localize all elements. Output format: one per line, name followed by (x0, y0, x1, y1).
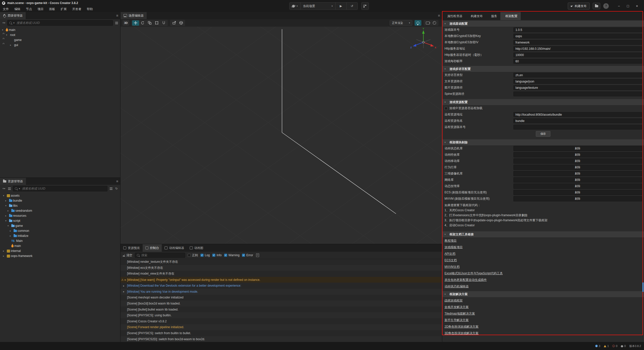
menu-item[interactable]: 文件 (0, 7, 12, 11)
config-input[interactable] (513, 73, 642, 77)
console-log-row[interactable]: [Window] render_texture文件夹不存在 (120, 259, 442, 265)
build-publish-button[interactable]: 构建发布 (568, 3, 590, 10)
expand-arrow[interactable] (2, 29, 5, 31)
refresh-icon[interactable]: ↻ (114, 187, 118, 190)
tree-node[interactable]: root (0, 32, 120, 37)
move-tool-button[interactable] (132, 20, 139, 26)
restart-button[interactable]: ↺ (347, 3, 357, 10)
console-tab[interactable]: 控制台 (143, 244, 162, 252)
config-input[interactable] (513, 59, 642, 64)
expand-arrow[interactable] (8, 210, 11, 212)
console-log-row[interactable]: [Scene] Forward render pipeline initiali… (120, 324, 442, 330)
console-log-row[interactable]: [Window] You are running Vue in developm… (120, 289, 442, 295)
filter-checkbox[interactable] (224, 254, 227, 257)
trim-button[interactable]: 剔除 (513, 152, 642, 157)
asset-node[interactable]: assets (0, 193, 120, 198)
hierarchy-search[interactable]: ▾ (7, 20, 113, 26)
asset-node[interactable]: main (0, 243, 120, 248)
menu-item[interactable]: 编辑 (12, 7, 23, 11)
trim-button[interactable]: 剔除 (513, 146, 642, 151)
console-search[interactable] (135, 253, 185, 258)
assets-search[interactable]: ▾ (13, 186, 107, 191)
console-log-row[interactable]: [Scene] Cocos Creator v3.8.2 (120, 318, 442, 324)
config-input[interactable] (513, 125, 642, 129)
menu-item[interactable]: 开发者 (69, 7, 84, 11)
rotate-tool-button[interactable] (139, 20, 146, 26)
platform-button[interactable]: ▾ (290, 3, 301, 10)
menu-item[interactable]: 扩展 (58, 7, 69, 11)
play-button[interactable]: ▶ (336, 3, 347, 10)
scene-viewport[interactable]: Y X Z (120, 27, 442, 244)
filter-list-icon[interactable] (109, 188, 113, 190)
asset-node[interactable]: internal (0, 248, 120, 253)
config-input[interactable] (513, 79, 642, 84)
console-log-row[interactable]: [Scene] [box2d]:box2d wasm lib loaded. (120, 300, 442, 307)
trim-button[interactable]: 剔除 (513, 190, 642, 195)
status-error-count[interactable]: × 0 (612, 344, 617, 347)
expand-arrow[interactable] (3, 255, 6, 257)
status-warn-count[interactable]: 1 (604, 344, 609, 347)
section-header-trim[interactable]: 框架模块剔除 (442, 139, 644, 145)
scene-select[interactable]: 当前场景 ▾ (301, 3, 336, 10)
create-asset-button[interactable]: +▾ (2, 187, 6, 190)
solution-link[interactable]: 战棋游戏框架 (445, 298, 463, 303)
remote-load-checkbox[interactable] (445, 107, 448, 110)
expand-arrow[interactable] (10, 44, 13, 46)
console-log-row[interactable]: [Window] model_view文件夹不存在 (120, 271, 442, 277)
tab-assets[interactable]: 资源管理器 (0, 178, 26, 185)
asset-node[interactable]: bundle (0, 198, 120, 203)
menu-item[interactable]: 节点 (23, 7, 35, 11)
asset-node[interactable]: oops-framework (0, 253, 120, 258)
help-button[interactable]: ? (603, 3, 609, 9)
config-input[interactable] (513, 85, 642, 90)
tree-node[interactable]: gui (0, 42, 120, 48)
status-log-count[interactable]: i 3 (595, 344, 600, 347)
console-log-row[interactable]: [Scene] [PHYSICS]: using builtin. (120, 312, 442, 318)
config-input[interactable] (513, 46, 642, 51)
asset-node[interactable]: libs (0, 203, 120, 208)
doc-link[interactable]: 动画状态机编辑器 (445, 284, 469, 289)
console-tab[interactable]: 动画编辑器 (162, 244, 187, 252)
asset-node[interactable]: script (0, 218, 120, 223)
console-log-row[interactable]: [Window] [Vue warn]: Property "onInput" … (120, 277, 442, 283)
doc-link[interactable]: API文档 (445, 252, 455, 256)
save-button[interactable]: 保存 (536, 131, 550, 137)
asset-node[interactable]: Main (0, 238, 120, 243)
panel-menu-icon[interactable]: ≡ (438, 12, 440, 19)
trim-button[interactable]: 剔除 (513, 196, 642, 201)
section-header-docs[interactable]: 框架文档工具链接 (442, 231, 644, 237)
config-input[interactable] (513, 27, 642, 32)
trim-button[interactable]: 剔除 (513, 165, 642, 170)
inspector-tab[interactable]: 属性检查器 (442, 12, 466, 20)
panel-menu-icon[interactable]: ≡ (116, 12, 118, 19)
camera-icon[interactable] (426, 22, 430, 24)
filter-icon[interactable] (114, 22, 118, 24)
axis-gizmo[interactable]: Y X Z (409, 27, 438, 56)
render-mode-select[interactable]: 正常渲染 ▾ (390, 20, 412, 26)
section-header-solutions[interactable]: 框架解决方案 (442, 291, 644, 297)
inspector-tab[interactable]: 服务 (486, 12, 500, 20)
assets-search-input[interactable] (22, 187, 105, 191)
console-log-row[interactable]: [Scene] [PHYSICS]: switch from builtin t… (120, 330, 442, 336)
section-header-basic[interactable]: 游戏基础配置 (442, 21, 644, 27)
solution-link[interactable]: 全栈开发解决方案 (445, 305, 469, 309)
expand-arrow[interactable] (10, 235, 13, 237)
inspector-tab[interactable]: 构建发布 (466, 12, 486, 20)
tree-node[interactable]: main (0, 27, 120, 32)
doc-link[interactable]: 原生包热更新配置自动生成插件 (445, 278, 487, 282)
console-log-row[interactable]: [Scene] [PHYSICS2D]: switch from box2d-w… (120, 336, 442, 342)
doc-link[interactable]: ECS文档 (445, 258, 457, 262)
rect-tool-button[interactable] (153, 20, 160, 26)
config-input[interactable] (513, 112, 642, 117)
section-header-resources[interactable]: 游戏资源配置 (442, 99, 644, 105)
scale-tool-button[interactable] (146, 20, 153, 26)
asset-node[interactable]: game (0, 223, 120, 228)
doc-link[interactable]: MVVM文档 (445, 265, 460, 269)
expand-arrow[interactable] (8, 225, 11, 227)
clear-console-button[interactable]: 清空 (123, 253, 132, 257)
expand-arrow[interactable] (5, 205, 9, 207)
remote-load-option[interactable]: 游戏中资源是否远程加载 (442, 105, 644, 111)
trim-button[interactable]: 剔除 (513, 171, 642, 176)
expand-arrow[interactable] (10, 230, 13, 232)
inspector-tab[interactable]: 框架配置 (500, 12, 521, 20)
